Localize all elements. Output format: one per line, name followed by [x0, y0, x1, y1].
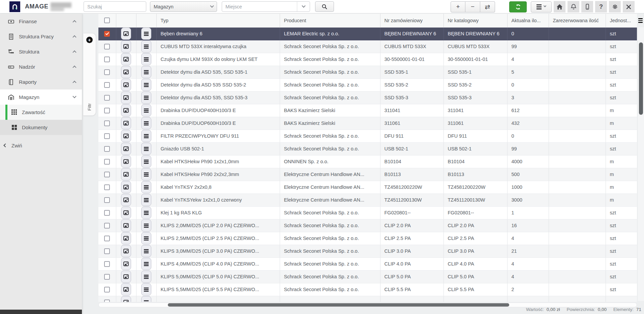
row-details-button[interactable]: [141, 104, 151, 116]
row-checkbox[interactable]: [104, 197, 110, 203]
table-row[interactable]: KLIPS 2,5MM/D25 (CLIP 2.5 PA) CZERWO... …: [98, 232, 637, 245]
view-menu-button[interactable]: [531, 1, 552, 12]
row-details-button[interactable]: [141, 245, 151, 257]
vertical-scrollbar[interactable]: [638, 27, 644, 301]
table-row[interactable]: Bęben drewniany 6 LEMAR Electric sp. z o…: [98, 27, 637, 40]
row-details-button[interactable]: [141, 181, 151, 193]
select-all-checkbox[interactable]: [104, 18, 110, 23]
row-checkbox[interactable]: [104, 287, 110, 292]
table-row[interactable]: KLIPS 5,0MM/D25 (CLIP 5.0 PA) CZERWO... …: [98, 270, 637, 283]
row-image-button[interactable]: [121, 28, 131, 40]
table-row[interactable]: FILTR PRZECIWPYŁOWY DFU 911 Schrack Seco…: [98, 130, 637, 142]
row-image-button[interactable]: [121, 258, 131, 270]
row-details-button[interactable]: [141, 194, 151, 206]
row-image-button[interactable]: [121, 92, 131, 104]
row-checkbox[interactable]: [104, 236, 110, 241]
row-details-button[interactable]: [141, 232, 151, 244]
column-header-nr-katalogowy[interactable]: Nr katalogowy: [443, 14, 507, 27]
remove-button[interactable]: −: [465, 1, 480, 12]
sidebar-item-nadzor[interactable]: Nadzór: [0, 59, 82, 74]
miejsce-combobox[interactable]: Miejsce: [222, 1, 310, 12]
magazyn-select[interactable]: Magazyn: [150, 1, 217, 12]
row-checkbox[interactable]: [104, 95, 110, 101]
row-checkbox[interactable]: [104, 146, 110, 152]
row-image-button[interactable]: [121, 207, 131, 219]
row-details-button[interactable]: [141, 271, 151, 283]
table-row[interactable]: KLIPS 4,0MM/D25 (CLIP 4.0 PA) CZERWO... …: [98, 257, 637, 270]
row-details-button[interactable]: [141, 283, 151, 295]
row-checkbox[interactable]: [104, 261, 110, 267]
table-row[interactable]: KLIPS 3,0MM/D25 (CLIP 3.0 PA) CZERWO... …: [98, 245, 637, 257]
settings-button[interactable]: [609, 1, 621, 12]
row-image-button[interactable]: [121, 271, 131, 283]
row-image-button[interactable]: [121, 219, 131, 232]
row-image-button[interactable]: [121, 143, 131, 155]
row-image-button[interactable]: [121, 53, 131, 65]
table-row[interactable]: Kabel HTKSHekw Ph90 2x2x2,3mm Elektryczn…: [98, 168, 637, 181]
table-row[interactable]: Czujka dymu LKM 593X do osłony LKM SET S…: [98, 53, 637, 66]
sidebar-item-struktura[interactable]: Struktura: [0, 44, 82, 59]
table-row[interactable]: Drabinka DUP/DUOP400H100/3 E BAKS Kazimi…: [98, 104, 637, 117]
row-details-button[interactable]: [141, 168, 151, 180]
column-settings-button[interactable]: [637, 14, 644, 27]
row-details-button[interactable]: [141, 130, 151, 142]
column-header-jednostka[interactable]: Jednost...: [606, 14, 637, 27]
table-row[interactable]: Detektor dymu dla ASD 535, SSD 535-3 Sch…: [98, 91, 637, 104]
row-image-button[interactable]: [121, 232, 131, 244]
row-checkbox[interactable]: [104, 31, 110, 37]
table-row[interactable]: CUBUS MTD 533X interaktywna czujka Schra…: [98, 40, 637, 53]
row-details-button[interactable]: [141, 66, 151, 78]
close-button[interactable]: [623, 1, 635, 12]
table-row[interactable]: Gniazdo USB 502-1 Schrack Seconet Polska…: [98, 142, 637, 155]
table-row[interactable]: Kabel YnTKSYekw 1x2x1,0 czerwony Elektry…: [98, 194, 637, 206]
row-image-button[interactable]: [121, 155, 131, 168]
row-checkbox[interactable]: [104, 82, 110, 88]
table-row[interactable]: Kabel YnTKSY 2x2x0,8 Elektryczne Centrum…: [98, 181, 637, 194]
row-image-button[interactable]: [121, 168, 131, 180]
row-checkbox[interactable]: [104, 172, 110, 177]
row-details-button[interactable]: [141, 143, 151, 155]
search-button[interactable]: [315, 1, 334, 12]
row-image-button[interactable]: [121, 194, 131, 206]
vertical-scrollbar-thumb[interactable]: [639, 42, 643, 115]
row-image-button[interactable]: [121, 283, 131, 295]
table-row[interactable]: KLIPS 2,0MM/D25 (CLIP 2.0 PA) CZERWO... …: [98, 219, 637, 232]
notifications-button[interactable]: [568, 1, 579, 12]
filter-panel-tab[interactable]: + Filtr: [83, 33, 96, 116]
row-details-button[interactable]: [141, 28, 151, 40]
column-header-aktualna-ilosc[interactable]: Aktualna ilo...: [507, 14, 549, 27]
row-checkbox[interactable]: [104, 57, 110, 62]
row-image-button[interactable]: [121, 104, 131, 116]
row-image-button[interactable]: [121, 66, 131, 78]
row-details-button[interactable]: [141, 219, 151, 232]
column-header-zarezerwowana-ilosc[interactable]: Zarezerwowana ilość: [549, 14, 606, 27]
row-image-button[interactable]: [121, 79, 131, 91]
sidebar-item-magazyn[interactable]: Magazyn: [0, 90, 82, 105]
help-button[interactable]: ?: [595, 1, 607, 12]
row-checkbox[interactable]: [104, 248, 110, 254]
table-row[interactable]: [98, 296, 637, 302]
table-row[interactable]: Detektor dymu dla ASD 535, SSD 535-1 Sch…: [98, 66, 637, 78]
row-checkbox[interactable]: [104, 69, 110, 75]
row-details-button[interactable]: [141, 53, 151, 65]
row-checkbox[interactable]: [104, 184, 110, 190]
row-checkbox[interactable]: [104, 210, 110, 216]
row-checkbox[interactable]: [104, 44, 110, 49]
table-row[interactable]: Kabel HTKSHekw Ph90 1x2x1,0mm ONNINEN Sp…: [98, 155, 637, 168]
row-image-button[interactable]: [121, 181, 131, 193]
row-details-button[interactable]: [141, 296, 151, 302]
column-header-nr-zamowieniowy[interactable]: Nr zamówieniowy: [380, 14, 443, 27]
table-row[interactable]: Klej 1 kg RAS KLG Schrack Seconet Polska…: [98, 206, 637, 219]
miejsce-dropdown-button[interactable]: [297, 2, 310, 11]
row-image-button[interactable]: [121, 117, 131, 129]
row-checkbox[interactable]: [104, 133, 110, 139]
row-checkbox[interactable]: [104, 300, 110, 302]
column-header-typ[interactable]: Typ: [156, 14, 280, 27]
row-checkbox[interactable]: [104, 274, 110, 280]
add-filter-icon[interactable]: +: [86, 37, 93, 43]
add-button[interactable]: +: [451, 1, 465, 12]
table-row[interactable]: Drabinka DUP/DUOP600H100/3 E BAKS Kazimi…: [98, 117, 637, 130]
table-row[interactable]: Detektor dymu dla ASD 535 SSD 535-2 Schr…: [98, 78, 637, 91]
row-details-button[interactable]: [141, 155, 151, 168]
row-details-button[interactable]: [141, 79, 151, 91]
